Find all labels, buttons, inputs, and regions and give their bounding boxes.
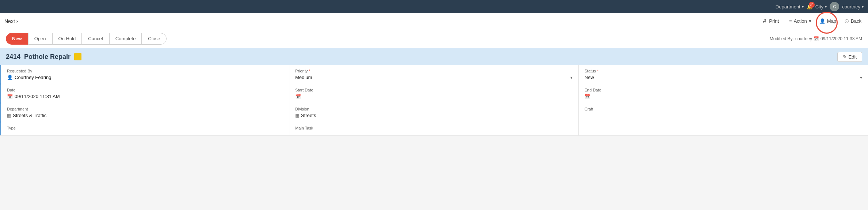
step-new[interactable]: New [6,33,28,45]
user-menu[interactable]: courtney ▾ [842,4,864,10]
step-close-label: Close [148,36,160,41]
step-open-label: Open [34,36,46,41]
print-button[interactable]: 🖨 Print [760,17,781,25]
toolbar-actions: 🖨 Print ≡ Action ▾ 👤 Map ⊙ Back [760,16,864,26]
modified-by-user: courtney [795,36,812,41]
requested-by-cell: Requested By 👤 Courtney Fearing [0,65,289,84]
back-label: Back [851,18,861,24]
action-chevron-icon: ▾ [809,18,811,24]
date-cell: Date 📅 09/11/2020 11:31 AM [0,84,289,103]
priority-dropdown-icon: ▾ [570,75,572,80]
step-close[interactable]: Close [142,33,166,45]
step-cancel[interactable]: Cancel [82,33,109,45]
back-circle-icon: ⊙ [844,18,849,25]
priority-value[interactable]: Medium ▾ [295,75,572,80]
record-title-text: Pothole Repair [24,53,71,61]
priority-required: * [309,69,310,73]
main-task-label: Main Task [295,126,572,130]
requested-by-label: Requested By [7,69,283,73]
priority-cell: Priority * Medium ▾ [289,65,579,84]
department-chevron-icon: ▾ [802,5,804,9]
person-icon: 👤 [7,75,13,80]
modified-by-label: Modified By: [770,36,794,41]
type-cell: Type [0,122,289,135]
department-cell: Department ▦ Streets & Traffic [0,103,289,122]
modified-by-info: Modified By: courtney 📅 09/11/2020 11:33… [770,36,862,41]
division-value: ▦ Streets [295,113,572,118]
yellow-flag-icon[interactable] [74,53,81,60]
division-icon: ▦ [295,113,299,118]
record-header: 2414 Pothole Repair ✎ Edit [0,48,868,65]
user-label: courtney [842,4,860,10]
step-complete-label: Complete [115,36,136,41]
start-date-cell: Start Date 📅 [289,84,579,103]
form-row-1: Requested By 👤 Courtney Fearing Priority… [0,65,868,84]
workflow-steps: New Open On Hold Cancel Complete Close [6,33,167,45]
avatar-initial: C [833,4,836,9]
step-open[interactable]: Open [28,33,52,45]
status-required: * [597,69,598,73]
city-chevron-icon: ▾ [825,5,827,9]
status-label: Status * [585,69,862,73]
back-button[interactable]: ⊙ Back [842,16,864,26]
next-button[interactable]: Next › [4,18,18,24]
end-date-value[interactable]: 📅 [585,94,862,99]
craft-cell: Craft [579,103,868,122]
form-row-4: Type Main Task [0,122,868,136]
end-date-cell: End Date 📅 [579,84,868,103]
action-label: Action [794,18,807,24]
end-date-label: End Date [585,88,862,92]
city-selector[interactable]: City ▾ [815,4,827,10]
city-label: City [815,4,823,10]
date-calendar-icon: 📅 [7,94,13,99]
division-label: Division [295,107,572,111]
avatar[interactable]: C [830,2,839,11]
action-button[interactable]: ≡ Action ▾ [787,17,814,25]
status-value[interactable]: New ▾ [585,75,862,80]
priority-label: Priority * [295,69,572,73]
start-date-value[interactable]: 📅 [295,94,572,99]
step-new-label: New [12,36,22,41]
form-row-3: Department ▦ Streets & Traffic Division … [0,103,868,122]
division-cell: Division ▦ Streets [289,103,579,122]
date-label: Date [7,88,283,92]
top-nav: Department ▾ 🔔 64 City ▾ C courtney ▾ [0,0,868,13]
next-label: Next [4,18,15,24]
date-value: 📅 09/11/2020 11:31 AM [7,94,283,99]
workflow-bar: New Open On Hold Cancel Complete Close M… [0,29,868,48]
main-task-cell: Main Task [289,122,579,135]
step-on-hold-label: On Hold [58,36,76,41]
edit-button[interactable]: ✎ Edit [837,52,862,62]
step-cancel-label: Cancel [88,36,103,41]
next-chevron-icon: › [16,18,18,24]
edit-label: Edit [849,54,857,60]
print-label: Print [769,18,779,24]
step-complete[interactable]: Complete [109,33,142,45]
person-location-icon: 👤 [819,18,825,24]
record-title: 2414 Pothole Repair [6,53,81,61]
notification-badge: 64 [809,2,815,8]
map-button[interactable]: 👤 Map [819,18,836,24]
status-cell: Status * New ▾ [579,65,868,84]
type-label: Type [7,126,283,130]
calendar-icon: 📅 [814,36,819,41]
print-icon: 🖨 [762,18,767,24]
department-icon: ▦ [7,113,11,118]
craft-label: Craft [585,107,862,111]
department-selector[interactable]: Department ▾ [776,4,804,10]
empty-cell [579,122,868,135]
department-field-label: Department [7,107,283,111]
user-chevron-icon: ▾ [862,5,864,9]
toolbar: Next › 🖨 Print ≡ Action ▾ 👤 Map ⊙ Back [0,13,868,29]
form-section: Requested By 👤 Courtney Fearing Priority… [0,65,868,136]
modified-date: 09/11/2020 11:33 AM [821,36,862,41]
start-date-calendar-icon: 📅 [295,94,301,99]
menu-icon: ≡ [789,18,792,24]
department-field-value: ▦ Streets & Traffic [7,113,283,118]
notifications-bell[interactable]: 🔔 64 [807,4,812,10]
department-label: Department [776,4,800,10]
form-row-2: Date 📅 09/11/2020 11:31 AM Start Date 📅 … [0,84,868,103]
start-date-label: Start Date [295,88,572,92]
step-on-hold[interactable]: On Hold [52,33,82,45]
edit-pencil-icon: ✎ [843,54,847,60]
